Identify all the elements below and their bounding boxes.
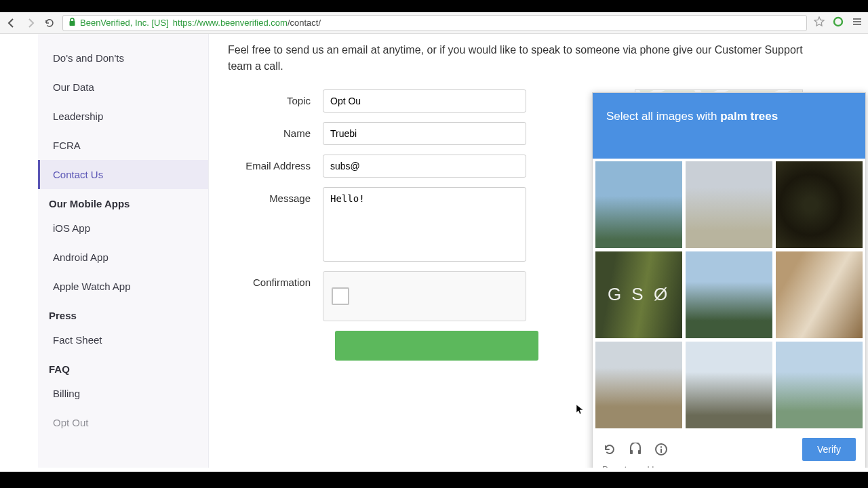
recaptcha-widget[interactable] <box>323 271 526 321</box>
report-problem-link[interactable]: Report a problem <box>602 465 856 468</box>
intro-text: Feel free to send us an email at anytime… <box>228 42 811 75</box>
captcha-instruction: Select all images with palm trees <box>593 93 865 159</box>
sidebar-item-leadership[interactable]: Leadership <box>38 102 208 131</box>
name-field[interactable] <box>323 122 526 145</box>
captcha-tile-5[interactable] <box>686 251 772 338</box>
sidebar-item-android[interactable]: Android App <box>38 243 208 272</box>
sidebar-section-faq: FAQ <box>38 354 208 379</box>
sidebar-item-dos-donts[interactable]: Do's and Don'ts <box>38 43 208 73</box>
forward-button[interactable] <box>24 17 37 29</box>
svg-rect-0 <box>70 21 75 26</box>
captcha-info-icon[interactable] <box>654 443 669 456</box>
topic-select[interactable] <box>323 89 526 113</box>
sidebar-section-mobile: Our Mobile Apps <box>38 189 208 214</box>
back-button[interactable] <box>5 17 18 29</box>
extension-icon[interactable] <box>833 16 844 29</box>
reload-button[interactable] <box>43 17 56 29</box>
label-name: Name <box>228 122 323 139</box>
label-email: Email Address <box>228 155 323 171</box>
sidebar-section-press: Press <box>38 301 208 325</box>
cursor-icon <box>576 404 584 417</box>
svg-rect-4 <box>638 450 641 454</box>
svg-rect-3 <box>630 450 633 454</box>
verify-button[interactable]: Verify <box>802 438 856 461</box>
captcha-tile-1[interactable] <box>595 161 682 248</box>
label-message: Message <box>228 187 323 204</box>
sidebar-item-fcra[interactable]: FCRA <box>38 131 208 160</box>
captcha-tile-4[interactable] <box>595 251 682 338</box>
browser-toolbar: BeenVerified, Inc. [US] https://www.been… <box>0 12 868 34</box>
label-topic: Topic <box>228 89 323 106</box>
recaptcha-checkbox[interactable] <box>332 287 349 305</box>
address-bar[interactable]: BeenVerified, Inc. [US] https://www.been… <box>62 15 807 31</box>
captcha-grid <box>593 159 865 431</box>
sidebar-item-ios[interactable]: iOS App <box>38 214 208 243</box>
captcha-tile-3[interactable] <box>776 161 863 248</box>
captcha-tile-8[interactable] <box>686 342 772 428</box>
submit-button[interactable] <box>335 331 538 361</box>
url-text: https://www.beenverified.com/contact/ <box>173 18 321 28</box>
svg-rect-7 <box>660 449 662 453</box>
label-confirmation: Confirmation <box>228 271 323 288</box>
sidebar-item-factsheet[interactable]: Fact Sheet <box>38 325 208 354</box>
sidebar: Do's and Don'ts Our Data Leadership FCRA… <box>38 34 209 468</box>
captcha-challenge: Select all images with palm trees <box>592 92 866 468</box>
captcha-tile-2[interactable] <box>686 161 772 248</box>
main-content: Feel free to send us an email at anytime… <box>209 34 830 468</box>
sidebar-item-applewatch[interactable]: Apple Watch App <box>38 272 208 301</box>
sidebar-item-contact-us[interactable]: Contact Us <box>38 160 208 189</box>
captcha-tile-9[interactable] <box>776 342 863 428</box>
sidebar-item-billing[interactable]: Billing <box>38 379 208 408</box>
sidebar-item-our-data[interactable]: Our Data <box>38 73 208 102</box>
star-icon[interactable] <box>814 16 825 29</box>
menu-icon[interactable] <box>852 16 863 29</box>
message-field[interactable]: Hello! <box>323 187 526 262</box>
captcha-reload-icon[interactable] <box>602 443 617 456</box>
captcha-tile-6[interactable] <box>776 251 863 338</box>
svg-point-6 <box>660 446 662 447</box>
sidebar-item-optout[interactable]: Opt Out <box>38 408 208 437</box>
captcha-tile-7[interactable] <box>595 342 682 428</box>
email-field[interactable] <box>323 155 526 178</box>
lock-icon <box>68 18 76 28</box>
svg-point-1 <box>834 18 842 26</box>
captcha-audio-icon[interactable] <box>628 443 643 456</box>
ev-identity: BeenVerified, Inc. [US] <box>80 18 169 28</box>
